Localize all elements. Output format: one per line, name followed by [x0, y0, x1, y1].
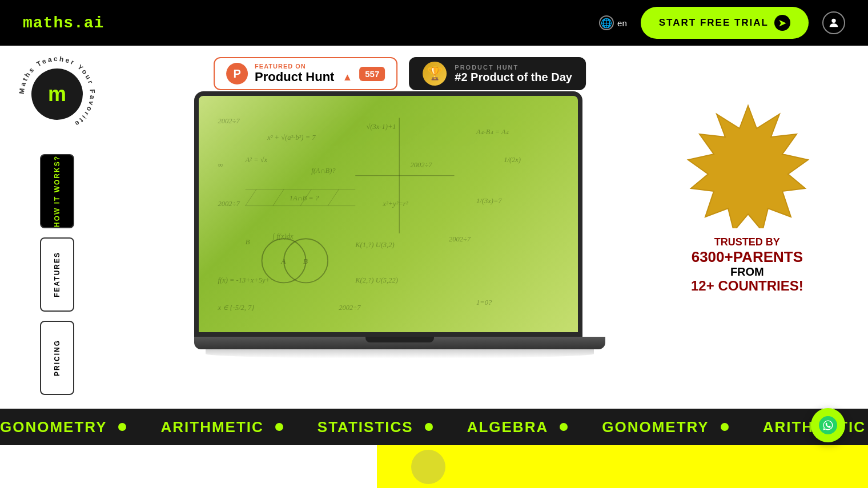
- svg-line-36: [328, 189, 339, 206]
- svg-text:A² = √x: A² = √x: [245, 156, 268, 164]
- ticker-dot: [721, 423, 729, 431]
- whatsapp-button[interactable]: [811, 408, 845, 442]
- product-of-day-badge[interactable]: 🏆 PRODUCT HUNT #2 Product of the Day: [409, 57, 586, 90]
- trusted-line1: TRUSTED BY: [691, 236, 803, 249]
- svg-text:x² + √(a²-b²) = 7: x² + √(a²-b²) = 7: [267, 134, 316, 142]
- trusted-text: TRUSTED BY 6300+PARENTS FROM 12+ COUNTRI…: [685, 231, 809, 300]
- svg-point-38: [819, 416, 837, 434]
- svg-text:x²+y²=r²: x²+y²=r²: [382, 200, 408, 208]
- badges-row: P FEATURED ON Product Hunt ▲ 557 🏆 PRODU…: [214, 57, 586, 90]
- trusted-line4: 12+ COUNTRIES!: [691, 279, 803, 293]
- svg-text:2002÷7: 2002÷7: [218, 200, 240, 208]
- ph-featured-label: FEATURED ON: [255, 63, 352, 70]
- svg-line-34: [273, 189, 284, 206]
- ticker-bar: GONOMETRY ARITHMETIC STATISTICS ALGEBRA …: [0, 409, 868, 445]
- trusted-badge: TRUSTED BY 6300+PARENTS FROM 12+ COUNTRI…: [685, 103, 811, 228]
- trusted-line3: FROM: [691, 265, 803, 279]
- ph-logo-icon: P: [226, 63, 248, 84]
- left-sidebar: Maths Teacher Your Favorite m HOW IT WOR…: [0, 46, 114, 395]
- trial-arrow-icon: ➤: [774, 15, 790, 31]
- pd-label: PRODUCT HUNT: [455, 64, 572, 71]
- svg-text:1=0?: 1=0?: [476, 299, 492, 306]
- yellow-section: [377, 445, 868, 488]
- svg-text:f(A∩B)?: f(A∩B)?: [311, 167, 336, 175]
- whatsapp-icon: [819, 416, 837, 434]
- svg-line-33: [246, 189, 256, 206]
- sidebar-item-label: HOW IT WORKS?: [53, 155, 61, 227]
- trusted-line2: 6300+PARENTS: [691, 249, 803, 265]
- svg-text:2002÷7: 2002÷7: [339, 304, 361, 312]
- trusted-star-svg: [685, 103, 811, 228]
- math-equations-svg: 2002÷7 x² + √(a²-b²) = 7 √(3x-1)+1 A₄-B₄…: [199, 96, 578, 332]
- svg-text:B: B: [246, 238, 250, 246]
- ticker-item-3: STATISTICS: [318, 418, 433, 436]
- svg-marker-37: [688, 106, 808, 228]
- ticker-dot: [425, 423, 433, 431]
- logo-circle: m: [31, 68, 83, 120]
- sidebar-item-features[interactable]: FEATURES: [40, 237, 74, 312]
- lang-button[interactable]: 🌐 en: [599, 15, 627, 30]
- svg-text:2002÷7: 2002÷7: [449, 235, 471, 243]
- svg-text:f(x) = -13+x+5y+: f(x) = -13+x+5y+: [218, 276, 270, 284]
- sidebar-item-pricing[interactable]: PRICING: [40, 321, 74, 395]
- svg-text:2002÷7: 2002÷7: [411, 161, 433, 169]
- svg-text:2002÷7: 2002÷7: [218, 117, 240, 125]
- laptop-notch: [365, 337, 434, 342]
- pd-name: #2 Product of the Day: [455, 71, 572, 84]
- ticker-item-2: ARITHMETIC: [160, 418, 283, 436]
- laptop-container: 2002÷7 x² + √(a²-b²) = 7 √(3x-1)+1 A₄-B₄…: [194, 91, 605, 358]
- logo[interactable]: maths.ai: [23, 14, 104, 32]
- ph-text-group: FEATURED ON Product Hunt ▲: [255, 63, 352, 84]
- user-account-icon[interactable]: [822, 11, 845, 34]
- trial-button-label: START FREE TRIAL: [659, 17, 769, 29]
- svg-text:A: A: [280, 257, 286, 265]
- ticker-item-4: ALGEBRA: [467, 418, 568, 436]
- svg-text:K(1,?) U(3,2): K(1,?) U(3,2): [355, 241, 394, 249]
- globe-icon: 🌐: [599, 15, 614, 30]
- ph-arrow-icon: ▲: [342, 71, 352, 83]
- lang-label: en: [617, 18, 627, 28]
- svg-text:B: B: [303, 257, 308, 265]
- ticker-dot: [118, 423, 126, 431]
- svg-text:1/(2x): 1/(2x): [504, 156, 521, 164]
- ticker-content: GONOMETRY ARITHMETIC STATISTICS ALGEBRA …: [0, 418, 868, 436]
- navbar: maths.ai 🌐 en START FREE TRIAL ➤: [0, 0, 868, 46]
- sidebar-item-label: FEATURES: [53, 252, 61, 297]
- svg-text:x ∈ {-5/2, 7}: x ∈ {-5/2, 7}: [218, 304, 255, 312]
- ph-name-label: Product Hunt: [255, 70, 334, 84]
- ticker-item-5: GONOMETRY: [602, 418, 728, 436]
- sidebar-item-how-it-works[interactable]: HOW IT WORKS?: [40, 154, 74, 228]
- laptop-shadow: [206, 349, 594, 358]
- svg-text:K(2,?) U(5,22): K(2,?) U(5,22): [355, 276, 398, 284]
- ph-count-badge: 557: [359, 67, 385, 81]
- main-area: Maths Teacher Your Favorite m HOW IT WOR…: [0, 46, 868, 488]
- product-hunt-badge[interactable]: P FEATURED ON Product Hunt ▲ 557: [214, 57, 397, 90]
- laptop-base: [194, 337, 605, 349]
- pd-text-group: PRODUCT HUNT #2 Product of the Day: [455, 64, 572, 84]
- svg-text:∞: ∞: [218, 161, 223, 169]
- section-icon-preview: [411, 450, 445, 484]
- svg-rect-2: [202, 96, 576, 332]
- svg-text:√(3x-1)+1: √(3x-1)+1: [366, 123, 396, 131]
- start-trial-button[interactable]: START FREE TRIAL ➤: [641, 7, 809, 39]
- ticker-dot: [275, 423, 283, 431]
- pd-medal-icon: 🏆: [423, 62, 447, 86]
- laptop-screen: 2002÷7 x² + √(a²-b²) = 7 √(3x-1)+1 A₄-B₄…: [194, 91, 582, 337]
- teacher-logo: Maths Teacher Your Favorite m: [14, 51, 100, 137]
- svg-text:1A∩B = ?: 1A∩B = ?: [290, 194, 319, 202]
- sidebar-item-label: PRICING: [53, 340, 61, 376]
- ticker-dot: [560, 423, 568, 431]
- sidebar-nav: HOW IT WORKS? FEATURES PRICING: [40, 154, 74, 395]
- svg-text:1/(3x)=7: 1/(3x)=7: [476, 197, 502, 205]
- ticker-item-1: GONOMETRY: [0, 418, 126, 436]
- svg-text:A₄-B₄ = A₄: A₄-B₄ = A₄: [476, 128, 509, 136]
- svg-point-0: [831, 19, 835, 23]
- nav-right: 🌐 en START FREE TRIAL ➤: [599, 7, 845, 39]
